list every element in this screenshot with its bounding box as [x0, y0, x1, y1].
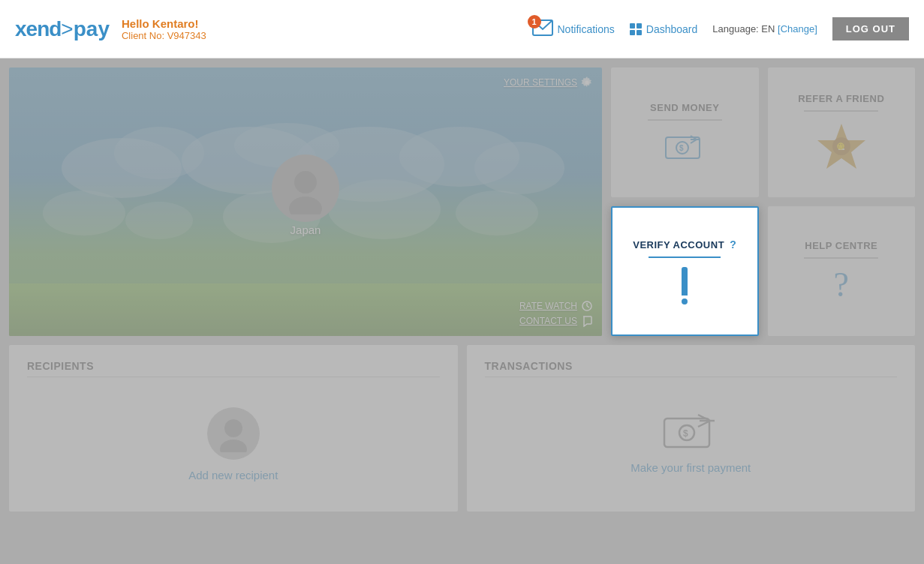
logo-xend: xend — [15, 17, 61, 41]
grass-strip — [9, 284, 602, 336]
send-money-icon: $ — [662, 130, 707, 164]
settings-link[interactable]: YOUR SETTINGS — [504, 76, 593, 88]
recipients-inner: Add new recipient — [27, 392, 440, 496]
svg-point-8 — [43, 190, 125, 236]
logo[interactable]: xend > pay — [15, 17, 110, 41]
help-centre-card[interactable]: HELP CENTRE ? — [768, 206, 916, 336]
gear-icon — [581, 76, 593, 88]
notifications-label: Notifications — [558, 23, 615, 35]
svg-point-13 — [294, 171, 317, 194]
map-bottom-links: RATE WATCH CONTACT US — [519, 300, 593, 327]
language-text: Language: EN — [712, 23, 775, 34]
svg-point-28 — [224, 419, 242, 437]
svg-point-11 — [328, 179, 441, 239]
envelope-area: 1 — [532, 20, 553, 38]
help-question-icon: ? — [834, 268, 849, 302]
dashboard-grid-icon — [630, 23, 642, 35]
svg-point-29 — [220, 440, 247, 452]
country-label: Japan — [290, 224, 321, 236]
svg-point-7 — [474, 142, 564, 194]
dashboard-button[interactable]: Dashboard — [630, 23, 698, 35]
verify-account-card[interactable]: VERIFY ACCOUNT ? — [611, 206, 759, 336]
logo-pay: pay — [74, 17, 110, 41]
notifications-button[interactable]: 1 Notifications — [532, 20, 615, 38]
notification-count: 1 — [528, 15, 541, 28]
logout-button[interactable]: LOG OUT — [832, 17, 909, 40]
verify-title-text: VERIFY ACCOUNT — [633, 239, 724, 250]
svg-point-9 — [125, 202, 193, 239]
exclamation-icon — [682, 267, 688, 304]
svg-text:$: $ — [679, 144, 684, 152]
make-payment-link[interactable]: Make your first payment — [631, 461, 751, 474]
svg-text:$: $ — [683, 428, 688, 439]
exclaim-dot — [682, 298, 688, 304]
refer-friend-divider — [804, 110, 878, 112]
contact-icon — [581, 315, 593, 327]
rate-watch-link[interactable]: RATE WATCH — [519, 300, 593, 312]
refer-friend-star-icon: ★ — [816, 121, 867, 172]
transaction-money-icon: $ — [661, 407, 721, 452]
dashboard-label: Dashboard — [646, 23, 698, 35]
transactions-divider — [485, 376, 898, 377]
transactions-title: TRANSACTIONS — [485, 360, 898, 372]
contact-us-label: CONTACT US — [519, 316, 577, 326]
help-centre-divider — [804, 257, 878, 259]
greeting-text: Hello Kentaro! — [122, 17, 206, 30]
main-content: Japan YOUR SETTINGS RATE WATCH CONTACT U… — [0, 58, 924, 345]
avatar-icon — [279, 162, 332, 214]
rate-watch-icon — [581, 300, 593, 312]
bottom-section: RECIPIENTS Add new recipient TRANSACTION… — [0, 345, 924, 520]
verify-help-icon[interactable]: ? — [730, 238, 736, 250]
person-icon — [215, 415, 252, 452]
recipient-avatar-icon — [207, 407, 260, 460]
header-greeting: Hello Kentaro! Client No: V947343 — [122, 17, 206, 41]
svg-point-12 — [456, 190, 538, 236]
svg-point-14 — [289, 196, 322, 214]
notification-badge: 1 — [528, 15, 541, 28]
language-selector[interactable]: Language: EN [Change] — [712, 23, 817, 34]
recipients-panel: RECIPIENTS Add new recipient — [9, 345, 458, 512]
right-panel: SEND MONEY $ REFER A FRIEND ★ — [611, 68, 915, 336]
exclaim-bar — [682, 267, 688, 296]
client-number: Client No: V947343 — [122, 30, 206, 41]
refer-friend-title: REFER A FRIEND — [798, 93, 884, 104]
logo-arrow-icon: > — [61, 17, 73, 41]
refer-friend-card[interactable]: REFER A FRIEND ★ — [768, 68, 916, 197]
map-panel: Japan YOUR SETTINGS RATE WATCH CONTACT U… — [9, 68, 602, 336]
transactions-panel: TRANSACTIONS $ Make your first payment — [467, 345, 916, 512]
send-money-title: SEND MONEY — [650, 102, 719, 113]
verify-divider — [649, 256, 721, 258]
recipients-divider — [27, 376, 440, 377]
help-centre-title: HELP CENTRE — [805, 240, 877, 251]
settings-label: YOUR SETTINGS — [504, 77, 577, 88]
header: xend > pay Hello Kentaro! Client No: V94… — [0, 0, 924, 58]
transactions-inner: $ Make your first payment — [485, 392, 898, 489]
send-money-card[interactable]: SEND MONEY $ — [611, 68, 759, 197]
send-money-divider — [648, 119, 722, 121]
add-recipient-link[interactable]: Add new recipient — [188, 469, 278, 482]
avatar — [272, 154, 339, 222]
contact-us-link[interactable]: CONTACT US — [519, 315, 593, 327]
recipients-title: RECIPIENTS — [27, 360, 440, 372]
verify-account-title: VERIFY ACCOUNT ? — [633, 238, 736, 250]
rate-watch-label: RATE WATCH — [519, 301, 577, 311]
header-nav: 1 Notifications Dashboard Language: EN [… — [532, 17, 910, 40]
language-change[interactable]: [Change] — [778, 23, 817, 34]
svg-line-18 — [587, 306, 589, 308]
